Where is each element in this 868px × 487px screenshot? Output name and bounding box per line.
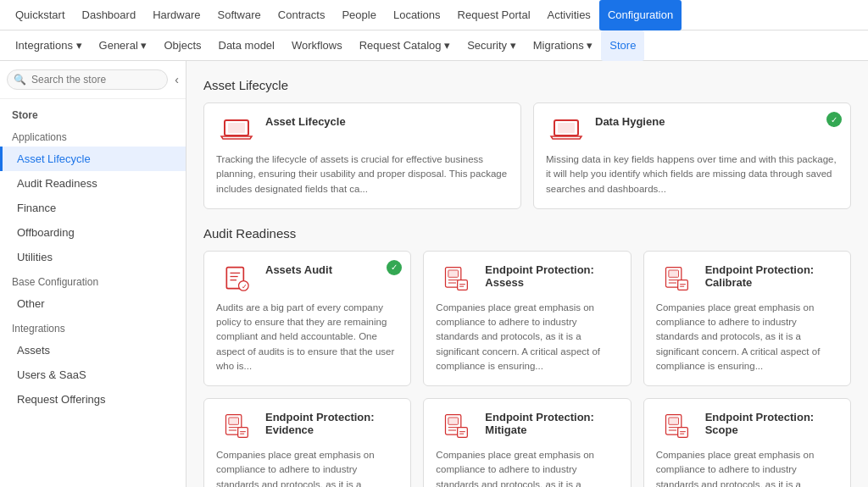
card-assets-audit[interactable]: ✓ ✓ Assets AuditAudits are a big part of… xyxy=(203,251,411,386)
card-title: Endpoint Protection: Evidence xyxy=(265,411,398,436)
cards-grid: Asset LifecycleTracking the lifecycle of… xyxy=(203,102,851,209)
svg-rect-14 xyxy=(458,279,468,290)
collapse-icon[interactable]: ‹ xyxy=(175,73,179,86)
second-navigation: Integrations ▾General ▾ObjectsData model… xyxy=(0,30,868,61)
card-icon xyxy=(656,411,697,441)
card-endpoint-protection-evidence[interactable]: Endpoint Protection: EvidenceCompanies p… xyxy=(203,398,411,487)
section-title: Asset Lifecycle xyxy=(203,78,851,92)
card-icon: ✓ xyxy=(216,263,257,294)
top-nav-item-locations[interactable]: Locations xyxy=(385,0,449,30)
card-title: Endpoint Protection: Mitigate xyxy=(485,411,618,436)
card-header: Asset Lifecycle xyxy=(216,115,509,146)
svg-rect-39 xyxy=(668,418,678,424)
card-data-hygiene[interactable]: ✓ Data HygieneMissing data in key fields… xyxy=(533,102,851,209)
card-asset-lifecycle[interactable]: Asset LifecycleTracking the lifecycle of… xyxy=(203,102,521,209)
card-title: Endpoint Protection: Assess xyxy=(485,263,618,289)
svg-rect-25 xyxy=(229,418,239,424)
second-nav-item-workflows[interactable]: Workflows xyxy=(283,30,351,61)
main-content: Asset Lifecycle Asset LifecycleTracking … xyxy=(186,61,868,487)
top-nav-item-dashboard[interactable]: Dashboard xyxy=(74,0,145,30)
search-wrap: 🔍 xyxy=(7,69,170,90)
content-area: Asset Lifecycle Asset LifecycleTracking … xyxy=(203,78,851,487)
top-nav-item-contracts[interactable]: Contracts xyxy=(270,0,334,30)
card-description: Companies place great emphasis on compli… xyxy=(436,448,618,487)
card-description: Companies place great emphasis on compli… xyxy=(656,301,838,374)
top-nav-item-hardware[interactable]: Hardware xyxy=(144,0,209,30)
card-header: Data Hygiene xyxy=(546,115,838,146)
sidebar-item-finance[interactable]: Finance xyxy=(0,196,186,220)
card-description: Companies place great emphasis on compli… xyxy=(656,448,838,487)
second-nav-item-migrations[interactable]: Migrations ▾ xyxy=(525,30,602,61)
card-icon xyxy=(216,411,257,441)
card-header: ✓ Assets Audit xyxy=(216,263,398,294)
top-nav-item-quickstart[interactable]: Quickstart xyxy=(7,0,74,30)
card-header: Endpoint Protection: Evidence xyxy=(216,411,398,441)
cards-grid: ✓ ✓ Assets AuditAudits are a big part of… xyxy=(203,251,851,487)
card-header: Endpoint Protection: Scope xyxy=(656,411,838,441)
svg-rect-18 xyxy=(668,270,678,277)
second-nav-item-data-model[interactable]: Data model xyxy=(210,30,283,61)
second-nav-item-general[interactable]: General ▾ xyxy=(91,30,156,61)
sidebar: 🔍 ‹ Store ApplicationsAsset LifecycleAud… xyxy=(0,61,186,487)
sidebar-item-audit-readiness[interactable]: Audit Readiness xyxy=(0,171,186,196)
card-check-icon: ✓ xyxy=(387,260,402,275)
second-nav-item-store[interactable]: Store xyxy=(601,30,644,61)
card-description: Companies place great emphasis on compli… xyxy=(216,448,398,487)
card-endpoint-protection-assess[interactable]: Endpoint Protection: AssessCompanies pla… xyxy=(423,251,631,386)
sidebar-item-offboarding[interactable]: Offboarding xyxy=(0,220,186,245)
svg-rect-11 xyxy=(448,270,459,277)
sidebar-item-assets[interactable]: Assets xyxy=(0,338,186,362)
top-nav-item-software[interactable]: Software xyxy=(209,0,269,30)
card-endpoint-protection-calibrate[interactable]: Endpoint Protection: CalibrateCompanies … xyxy=(643,251,851,386)
card-icon xyxy=(216,115,257,146)
second-nav-item-security[interactable]: Security ▾ xyxy=(459,30,525,61)
section-title: Audit Readiness xyxy=(203,226,851,241)
card-header: Endpoint Protection: Mitigate xyxy=(436,411,618,441)
svg-rect-3 xyxy=(558,123,575,133)
card-description: Tracking the lifecycle of assets is cruc… xyxy=(216,152,509,196)
svg-rect-28 xyxy=(238,428,248,438)
sidebar-item-request-offerings[interactable]: Request Offerings xyxy=(0,387,186,412)
card-description: Companies place great emphasis on compli… xyxy=(436,301,618,374)
sidebar-item-asset-lifecycle[interactable]: Asset Lifecycle xyxy=(0,147,186,171)
search-icon: 🔍 xyxy=(14,74,26,86)
svg-rect-42 xyxy=(677,428,687,438)
sidebar-section-label: Applications xyxy=(0,125,186,147)
top-nav-item-request-portal[interactable]: Request Portal xyxy=(449,0,539,30)
svg-rect-32 xyxy=(448,418,459,424)
section-audit-readiness: Audit Readiness✓ ✓ Assets AuditAudits ar… xyxy=(203,226,851,487)
second-nav-item-integrations[interactable]: Integrations ▾ xyxy=(7,30,91,61)
top-navigation: QuickstartDashboardHardwareSoftwareContr… xyxy=(0,0,868,30)
card-title: Endpoint Protection: Calibrate xyxy=(705,263,838,289)
second-nav-item-objects[interactable]: Objects xyxy=(155,30,209,61)
card-title: Data Hygiene xyxy=(595,115,838,128)
card-description: Missing data in key fields happens over … xyxy=(546,152,838,196)
main-layout: 🔍 ‹ Store ApplicationsAsset LifecycleAud… xyxy=(0,61,868,487)
card-icon xyxy=(546,115,587,146)
sidebar-search-area: 🔍 ‹ xyxy=(0,61,186,99)
card-title: Asset Lifecycle xyxy=(265,115,509,128)
sidebar-item-users-&-saas[interactable]: Users & SaaS xyxy=(0,362,186,387)
sidebar-title: Store xyxy=(0,99,186,125)
sidebar-section-label: Base Configuration xyxy=(0,269,186,291)
second-nav-item-request-catalog[interactable]: Request Catalog ▾ xyxy=(351,30,459,61)
card-header: Endpoint Protection: Assess xyxy=(436,263,618,294)
search-input[interactable] xyxy=(7,69,168,90)
card-endpoint-protection-mitigate[interactable]: Endpoint Protection: MitigateCompanies p… xyxy=(423,398,631,487)
top-nav-item-people[interactable]: People xyxy=(333,0,384,30)
card-icon xyxy=(436,411,476,441)
svg-rect-35 xyxy=(458,428,468,438)
card-title: Assets Audit xyxy=(265,263,398,276)
card-header: Endpoint Protection: Calibrate xyxy=(656,263,838,294)
card-endpoint-protection-scope[interactable]: Endpoint Protection: ScopeCompanies plac… xyxy=(643,398,851,487)
card-check-icon: ✓ xyxy=(826,112,842,127)
sidebar-section-label: Integrations xyxy=(0,316,186,338)
svg-text:✓: ✓ xyxy=(242,282,248,290)
top-nav-item-configuration[interactable]: Configuration xyxy=(599,0,682,30)
sidebar-sections: ApplicationsAsset LifecycleAudit Readine… xyxy=(0,125,186,412)
sidebar-item-other[interactable]: Other xyxy=(0,291,186,316)
card-description: Audits are a big part of every company p… xyxy=(216,301,398,374)
svg-rect-1 xyxy=(228,123,245,133)
sidebar-item-utilities[interactable]: Utilities xyxy=(0,245,186,269)
top-nav-item-activities[interactable]: Activities xyxy=(539,0,599,30)
